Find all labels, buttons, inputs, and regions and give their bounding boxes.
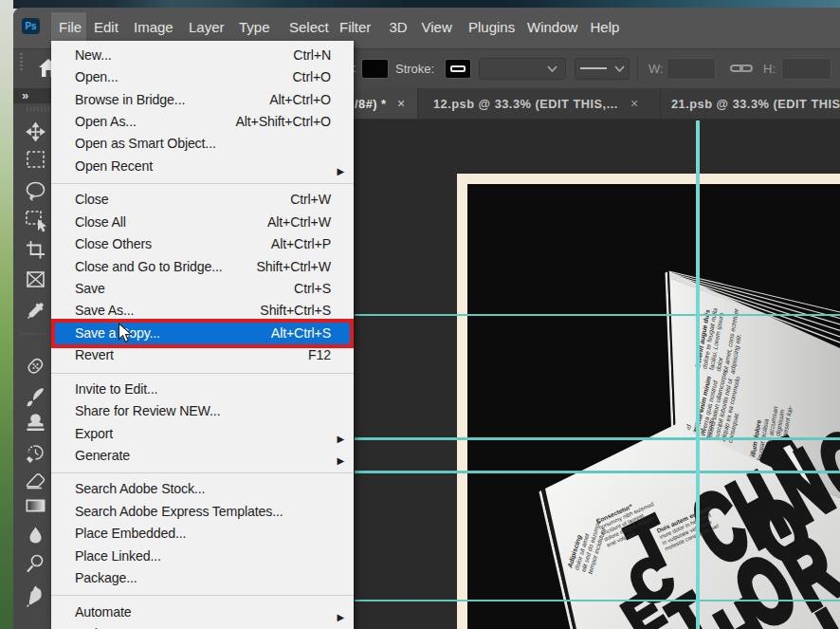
svg-text:t sit amet consec: t sit amet consec — [535, 581, 555, 628]
svg-text:cing elit: cing elit — [541, 607, 556, 629]
svg-text:eiusmod: eiusmod — [548, 608, 561, 629]
svg-text:m ipsum: m ipsum — [528, 600, 543, 626]
